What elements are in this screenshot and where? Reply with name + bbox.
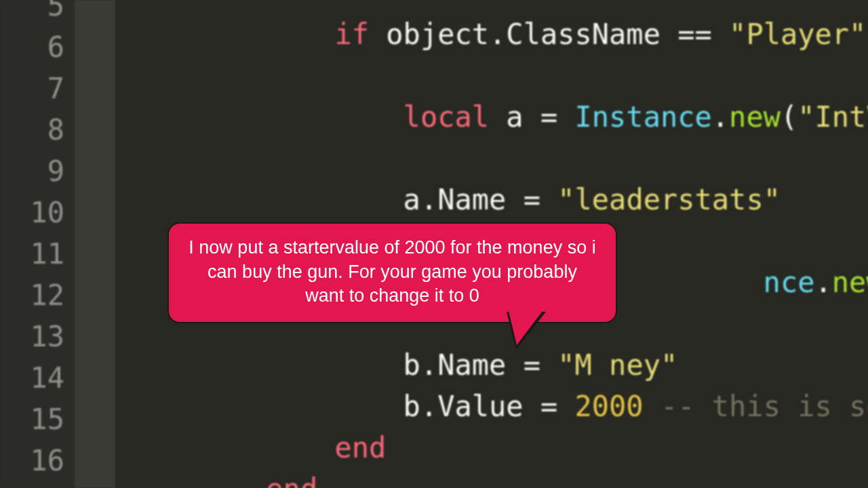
method-new: new	[729, 100, 781, 134]
line-number: 12	[0, 281, 64, 310]
line-number: 14	[0, 364, 64, 392]
code-line-7[interactable]: local a = Instance.new("IntV	[129, 75, 868, 160]
fold-strip	[75, 0, 115, 488]
property: ClassName	[506, 18, 660, 51]
line-number: 9	[0, 157, 64, 186]
line-number: 5	[0, 0, 64, 20]
line-number: 8	[0, 116, 64, 144]
fold-chevron-icon[interactable]: ˇ	[81, 0, 98, 15]
annotation-speech-bubble: I now put a startervalue of 2000 for the…	[167, 222, 617, 323]
string-literal: "leaderstats"	[557, 183, 781, 216]
string-literal: "IntV	[797, 100, 868, 134]
line-number: 6	[0, 33, 64, 62]
line-number: 11	[0, 240, 64, 268]
class-instance: Instance	[575, 100, 712, 134]
line-number: 7	[0, 75, 64, 103]
number-literal: 2000	[575, 390, 644, 423]
keyword-end: end	[334, 431, 386, 464]
line-number: 10	[0, 199, 64, 227]
keyword-end: end	[266, 472, 317, 488]
method-new: new	[832, 266, 868, 299]
line-number: 15	[0, 405, 64, 434]
line-number: 16	[0, 447, 64, 475]
indent	[197, 18, 334, 51]
keyword-if: if	[334, 18, 369, 51]
comment: -- this is so	[660, 390, 868, 423]
keyword-local: local	[403, 100, 489, 134]
line-number: 13	[0, 323, 64, 351]
identifier: object	[386, 18, 489, 51]
code-line-16[interactable]: end	[129, 447, 317, 488]
code-line-5[interactable]: if object.ClassName == "Player"	[129, 0, 866, 77]
annotation-text: I now put a startervalue of 2000 for the…	[167, 222, 617, 323]
string-literal: "Player"	[729, 18, 866, 51]
